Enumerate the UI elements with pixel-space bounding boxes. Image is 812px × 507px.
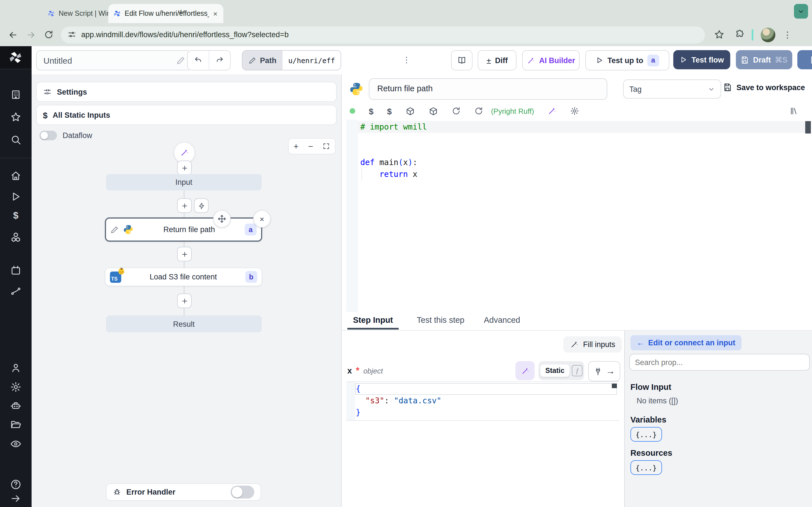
sidebar-item-variables[interactable]: $ <box>13 210 18 221</box>
library-icon[interactable] <box>790 107 799 115</box>
windmill-logo[interactable] <box>0 46 32 69</box>
error-handler-card[interactable]: Error Handler <box>106 483 261 501</box>
bookmark-star-icon[interactable] <box>714 29 725 40</box>
sidebar-item-schedules[interactable] <box>10 265 21 276</box>
zoom-in-button[interactable]: + <box>294 142 299 151</box>
path-value[interactable]: u/henri/eff <box>283 51 341 70</box>
zoom-out-button[interactable]: − <box>308 142 313 151</box>
move-step-button[interactable] <box>213 210 231 228</box>
delete-step-button[interactable]: × <box>253 210 271 228</box>
error-handler-toggle[interactable] <box>231 486 254 499</box>
dataflow-toggle[interactable] <box>40 131 57 140</box>
more-options-icon[interactable]: ⋮ <box>403 55 410 64</box>
tag-select[interactable]: Tag <box>623 79 721 99</box>
static-mode-button[interactable]: Static <box>540 364 569 377</box>
sidebar-item-account[interactable] <box>10 362 21 374</box>
json-value-editor[interactable]: { "s3": "data.csv" } <box>346 381 619 421</box>
sidebar-item-home[interactable] <box>10 170 21 181</box>
javascript-expr-button[interactable]: f <box>572 365 582 376</box>
reset-icon[interactable] <box>474 107 483 115</box>
undo-button[interactable] <box>188 51 209 70</box>
close-icon[interactable]: × <box>213 9 218 18</box>
add-step-button[interactable] <box>177 198 192 213</box>
sidebar-item-help[interactable] <box>10 479 21 490</box>
reload-icon[interactable] <box>451 107 460 115</box>
reload-icon[interactable] <box>44 30 54 40</box>
diff-button[interactable]: ± Diff <box>477 50 516 70</box>
all-static-inputs-card[interactable]: $ All Static Inputs <box>36 105 337 125</box>
test-up-to-button[interactable]: Test up to a <box>585 50 669 70</box>
variables-braces-button[interactable]: {...} <box>630 427 662 442</box>
add-step-button[interactable] <box>177 161 192 175</box>
url-bar[interactable]: app.windmill.dev/flows/edit/u/henri/effo… <box>61 26 705 43</box>
required-asterisk: * <box>356 365 359 376</box>
extensions-puzzle-icon[interactable] <box>734 29 745 40</box>
plus-minus-icon: ± <box>486 55 491 65</box>
input-node[interactable]: Input <box>106 174 262 190</box>
edit-step-name-icon[interactable] <box>110 226 118 233</box>
add-step-button[interactable] <box>177 247 192 262</box>
sidebar-item-workspace[interactable] <box>10 89 21 100</box>
fit-view-icon[interactable] <box>323 143 330 150</box>
step-title-input[interactable] <box>376 83 593 94</box>
resources-braces-button[interactable]: {...} <box>630 460 662 475</box>
resources-dollar-icon[interactable]: $ <box>387 106 392 116</box>
search-prop-input[interactable] <box>629 354 810 371</box>
sidebar-collapse-button[interactable] <box>10 493 21 504</box>
add-trigger-button[interactable] <box>194 198 209 213</box>
variables-icon[interactable]: $ <box>369 106 373 116</box>
tab-step-input[interactable]: Step Input <box>353 316 393 325</box>
forward-icon[interactable] <box>26 30 36 40</box>
book-icon <box>457 56 466 65</box>
ai-builder-button[interactable]: AI Builder <box>522 50 580 70</box>
browser-menu-icon[interactable]: ⋮ <box>783 30 792 40</box>
tab-advanced[interactable]: Advanced <box>484 316 520 325</box>
graph-zoom-controls: + − <box>288 138 336 154</box>
site-settings-icon[interactable] <box>68 31 76 39</box>
eye-icon <box>10 438 21 450</box>
code-editor[interactable]: # import wmill def main(x): return x <box>342 119 812 312</box>
flow-name-input[interactable] <box>42 55 157 66</box>
new-tab-button[interactable]: + <box>178 7 184 18</box>
step-node-b[interactable]: TS 👶 Load S3 file content b <box>105 268 262 286</box>
back-icon[interactable] <box>8 30 18 40</box>
settings-card[interactable]: Settings <box>36 82 337 102</box>
tab-test-this-step[interactable]: Test this step <box>417 316 464 325</box>
tab-search-button[interactable] <box>794 4 808 18</box>
fill-inputs-button[interactable]: Fill inputs <box>563 336 622 353</box>
sidebar-item-search[interactable] <box>10 134 21 145</box>
sidebar-item-favorites[interactable] <box>10 112 21 123</box>
save-to-workspace-button[interactable]: Save to workspace <box>723 83 805 92</box>
sidebar-item-audit[interactable] <box>10 438 21 450</box>
wand-icon <box>521 367 529 375</box>
path-control[interactable]: Path u/henri/eff <box>242 50 341 70</box>
sidebar-item-workers[interactable] <box>10 400 21 411</box>
package-icon[interactable] <box>405 106 415 116</box>
ai-flow-wand-button[interactable] <box>174 142 195 163</box>
browser-tab-active[interactable]: Edit Flow u/henri/effortless_fl × <box>108 4 223 23</box>
ai-wand-icon[interactable] <box>548 107 557 115</box>
sidebar-item-flows[interactable] <box>10 286 21 297</box>
test-flow-button[interactable]: Test flow <box>673 50 730 69</box>
sidebar-item-settings[interactable] <box>10 381 21 393</box>
sidebar-item-runs[interactable] <box>10 191 21 202</box>
docs-button[interactable] <box>451 50 472 70</box>
sidebar-item-folders[interactable] <box>10 419 21 431</box>
scrollbar-thumb[interactable] <box>805 121 811 133</box>
result-node[interactable]: Result <box>106 316 262 332</box>
deploy-button[interactable]: Deploy <box>797 50 812 69</box>
package-lock-icon[interactable] <box>428 106 438 116</box>
json-scrollbar-thumb[interactable] <box>612 384 617 388</box>
draft-button[interactable]: Draft ⌘S <box>736 50 792 69</box>
add-step-button[interactable] <box>177 293 192 308</box>
flow-name-field[interactable] <box>36 50 191 70</box>
editor-settings-gear-icon[interactable] <box>570 107 579 115</box>
browser-avatar[interactable] <box>761 27 775 42</box>
redo-button[interactable] <box>209 51 230 70</box>
connect-input-button[interactable]: → <box>588 361 620 381</box>
edit-or-connect-button[interactable]: ← Edit or connect an input <box>630 335 742 350</box>
ai-fill-button[interactable] <box>515 361 535 380</box>
step-node-a[interactable]: Return file path a <box>105 217 262 242</box>
sidebar-item-resources[interactable] <box>10 231 21 243</box>
step-title-field[interactable] <box>369 78 607 100</box>
